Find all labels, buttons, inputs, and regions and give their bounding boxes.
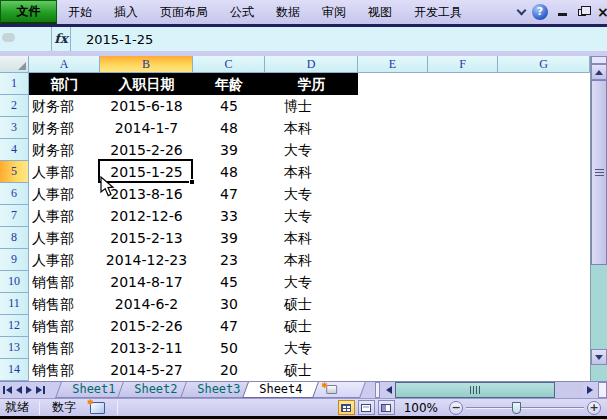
cell-D12[interactable]: 硕士 [265,315,358,337]
vertical-scrollbar[interactable] [590,56,607,381]
column-header-C[interactable]: C [193,56,265,73]
column-header-G[interactable]: G [498,56,590,73]
row-header-10[interactable]: 10 [0,271,29,293]
cell-B11[interactable]: 2014-6-2 [100,293,193,315]
normal-view-button[interactable] [338,400,355,415]
cell-D1[interactable]: 学历 [265,73,358,95]
scroll-left-button[interactable] [382,382,395,398]
cell-C4[interactable]: 39 [193,139,265,161]
file-menu-button[interactable]: 文件 [0,0,57,24]
cell-D13[interactable]: 大专 [265,337,358,359]
scroll-track[interactable] [591,265,607,349]
cell-A2[interactable]: 财务部 [29,95,100,117]
sheet-tab[interactable]: Sheet4 [242,382,319,398]
cell-A3[interactable]: 财务部 [29,117,100,139]
cell-B12[interactable]: 2015-2-26 [100,315,193,337]
cell-B9[interactable]: 2014-12-23 [100,249,193,271]
column-header-D[interactable]: D [265,56,358,73]
cell-B8[interactable]: 2015-2-13 [100,227,193,249]
fx-icon[interactable]: fx [52,27,71,51]
cell-B13[interactable]: 2013-2-11 [100,337,193,359]
split-handle[interactable] [591,56,607,64]
column-header-A[interactable]: A [29,56,100,73]
cell-A12[interactable]: 销售部 [29,315,100,337]
formula-input[interactable]: 2015-1-25 [71,32,153,47]
cell-A1[interactable]: 部门 [29,73,100,95]
horizontal-scroll-thumb[interactable] [395,382,555,398]
cell-C13[interactable]: 50 [193,337,265,359]
select-all-corner[interactable] [0,56,29,73]
cell-A5[interactable]: 人事部 [29,161,100,183]
menu-item[interactable]: 审阅 [311,0,357,24]
cell-D5[interactable]: 本科 [265,161,358,183]
menu-item[interactable]: 开发工具 [403,0,473,24]
zoom-level[interactable]: 100% [398,401,446,415]
scroll-up-button[interactable] [591,64,607,80]
cell-B10[interactable]: 2014-8-17 [100,271,193,293]
scroll-down-button[interactable] [591,349,607,365]
macro-record-icon[interactable] [90,402,105,414]
row-header-4[interactable]: 4 [0,139,29,161]
cell-A8[interactable]: 人事部 [29,227,100,249]
help-icon[interactable]: ? [532,4,548,20]
row-header-11[interactable]: 11 [0,293,29,315]
menu-item[interactable]: 页面布局 [149,0,219,24]
cell-C1[interactable]: 年龄 [193,73,265,95]
row-header-5[interactable]: 5 [0,161,29,183]
cell-C2[interactable]: 45 [193,95,265,117]
cell-D6[interactable]: 大专 [265,183,358,205]
cell-C3[interactable]: 48 [193,117,265,139]
row-header-9[interactable]: 9 [0,249,29,271]
tab-split-handle[interactable] [375,382,380,398]
cell-D3[interactable]: 本科 [265,117,358,139]
zoom-out-button[interactable]: − [449,401,463,415]
cell-C11[interactable]: 30 [193,293,265,315]
zoom-slider-thumb[interactable] [512,402,521,414]
menu-item[interactable]: 开始 [57,0,103,24]
cell-B2[interactable]: 2015-6-18 [100,95,193,117]
restore-button[interactable] [576,5,590,19]
cell-B14[interactable]: 2014-5-27 [100,359,193,381]
cell-D7[interactable]: 大专 [265,205,358,227]
cell-C10[interactable]: 45 [193,271,265,293]
row-header-13[interactable]: 13 [0,337,29,359]
cell-B6[interactable]: 2013-8-16 [100,183,193,205]
row-header-8[interactable]: 8 [0,227,29,249]
cell-B3[interactable]: 2014-1-7 [100,117,193,139]
cell-D10[interactable]: 大专 [265,271,358,293]
cell-A11[interactable]: 销售部 [29,293,100,315]
next-sheet-button[interactable] [26,386,32,394]
menu-item[interactable]: 插入 [103,0,149,24]
cell-A13[interactable]: 销售部 [29,337,100,359]
cell-A9[interactable]: 人事部 [29,249,100,271]
cell-D11[interactable]: 硕士 [265,293,358,315]
page-break-view-button[interactable] [378,400,395,415]
cell-D14[interactable]: 硕士 [265,359,358,381]
row-header-1[interactable]: 1 [0,73,29,95]
previous-sheet-button[interactable] [16,386,22,394]
cell-C5[interactable]: 48 [193,161,265,183]
cell-C12[interactable]: 47 [193,315,265,337]
row-header-6[interactable]: 6 [0,183,29,205]
cell-D8[interactable]: 本科 [265,227,358,249]
page-layout-view-button[interactable] [358,400,375,415]
cell-A6[interactable]: 人事部 [29,183,100,205]
cell-D2[interactable]: 博士 [265,95,358,117]
cell-A10[interactable]: 销售部 [29,271,100,293]
cell-C14[interactable]: 20 [193,359,265,381]
close-button[interactable]: × [597,1,607,23]
row-header-14[interactable]: 14 [0,359,29,381]
column-header-B[interactable]: B [100,56,193,73]
cell-B7[interactable]: 2012-12-6 [100,205,193,227]
row-header-2[interactable]: 2 [0,95,29,117]
cell-A4[interactable]: 财务部 [29,139,100,161]
vertical-scroll-thumb[interactable] [591,80,607,265]
zoom-slider[interactable] [466,401,584,415]
name-box[interactable] [0,27,52,51]
zoom-in-button[interactable]: + [587,401,601,415]
row-header-7[interactable]: 7 [0,205,29,227]
cell-D9[interactable]: 本科 [265,249,358,271]
scroll-track[interactable] [555,382,583,398]
cell-A14[interactable]: 销售部 [29,359,100,381]
menu-item[interactable]: 数据 [265,0,311,24]
